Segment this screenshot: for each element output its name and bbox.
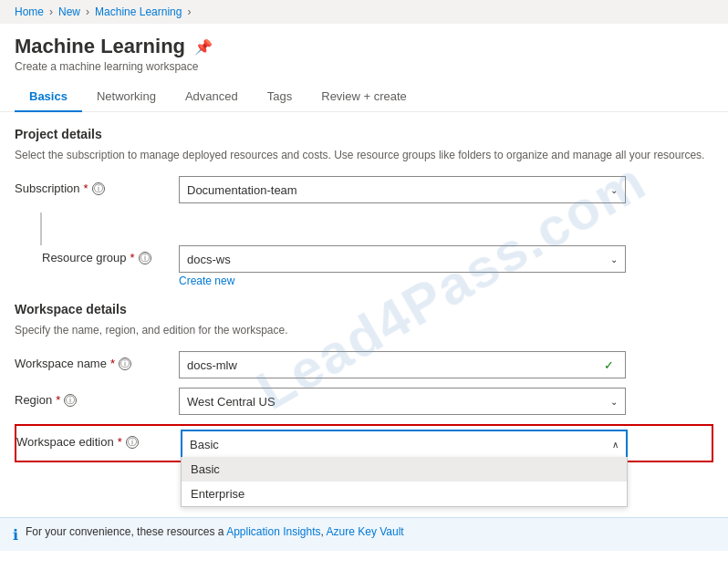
workspace-name-control: docs-mlw ✓ [179, 351, 713, 378]
region-dropdown[interactable]: West Central US ⌄ [179, 388, 626, 415]
workspace-details-title: Workspace details [15, 302, 713, 316]
subscription-info-icon[interactable]: ⓘ [92, 182, 105, 195]
breadcrumb-sep-3: › [187, 5, 191, 18]
subscription-value: Documentation-team [187, 183, 297, 197]
page-header: Machine Learning 📌 Create a machine lear… [0, 24, 728, 73]
breadcrumb-current: Machine Learning [95, 5, 182, 18]
workspace-edition-control: Basic ∧ Basic Enterprise [181, 430, 712, 457]
breadcrumb-home[interactable]: Home [15, 5, 44, 18]
workspace-name-required: * [110, 357, 115, 370]
breadcrumb: Home › New › Machine Learning › [0, 0, 728, 24]
project-details-title: Project details [15, 127, 713, 141]
resource-group-info-icon[interactable]: ⓘ [139, 252, 151, 264]
edition-option-enterprise[interactable]: Enterprise [182, 482, 627, 506]
form-content: Project details Select the subscription … [0, 112, 728, 462]
region-control: West Central US ⌄ [179, 388, 713, 415]
pin-icon[interactable]: 📌 [194, 38, 213, 56]
region-info-icon[interactable]: ⓘ [64, 394, 77, 407]
tab-tags[interactable]: Tags [253, 82, 307, 112]
key-vault-link[interactable]: Azure Key Vault [327, 525, 404, 538]
subscription-required: * [84, 181, 88, 195]
workspace-edition-label: Workspace edition * ⓘ [16, 430, 181, 449]
subscription-label: Subscription * ⓘ [15, 176, 179, 195]
region-chevron-icon: ⌄ [610, 397, 618, 407]
info-bar-text: For your convenience, these resources a [26, 525, 224, 538]
region-label: Region * ⓘ [15, 388, 179, 407]
workspace-edition-value: Basic [190, 438, 219, 451]
tab-networking[interactable]: Networking [82, 82, 171, 112]
workspace-edition-dropdown-wrap: Basic ∧ Basic Enterprise [181, 430, 628, 457]
breadcrumb-sep-1: › [49, 5, 53, 18]
workspace-edition-required: * [118, 435, 122, 449]
subscription-row: Subscription * ⓘ Documentation-team ⌄ [15, 176, 713, 203]
breadcrumb-sep-2: › [86, 5, 89, 18]
tab-review-create[interactable]: Review + create [307, 82, 421, 112]
workspace-name-value: docs-mlw [187, 358, 237, 372]
tabs-nav: Basics Networking Advanced Tags Review +… [0, 82, 728, 112]
resource-group-dropdown[interactable]: docs-ws ⌄ [179, 245, 626, 273]
project-details-section: Project details Select the subscription … [15, 127, 713, 163]
info-bar-icon: ℹ [13, 526, 18, 544]
info-bar-links: Application Insights, Azure Key Vault [226, 525, 404, 538]
workspace-edition-chevron-icon: ∧ [612, 440, 619, 450]
resource-group-value: docs-ws [187, 253, 231, 266]
workspace-edition-dropdown[interactable]: Basic ∧ [181, 430, 628, 457]
workspace-edition-info-icon[interactable]: ⓘ [126, 436, 139, 449]
subscription-chevron-icon: ⌄ [610, 185, 618, 195]
create-new-link[interactable]: Create new [179, 275, 713, 287]
workspace-edition-options: Basic Enterprise [181, 457, 628, 507]
workspace-name-info-icon[interactable]: ⓘ [119, 358, 131, 370]
resource-group-row: Resource group * ⓘ docs-ws ⌄ Create new [15, 245, 713, 287]
subscription-control: Documentation-team ⌄ [179, 176, 713, 203]
page-subtitle: Create a machine learning workspace [15, 60, 713, 73]
tab-basics[interactable]: Basics [15, 82, 82, 112]
info-bar-content: For your convenience, these resources a … [26, 525, 404, 538]
subscription-dropdown[interactable]: Documentation-team ⌄ [179, 176, 626, 203]
connector-line [40, 212, 42, 245]
tab-advanced[interactable]: Advanced [171, 82, 253, 112]
workspace-details-desc: Specify the name, region, and edition fo… [15, 322, 713, 338]
workspace-edition-row: Workspace edition * ⓘ Basic ∧ Basic Ente… [15, 424, 713, 462]
page-title: Machine Learning [15, 35, 185, 58]
info-bar: ℹ For your convenience, these resources … [0, 517, 728, 551]
breadcrumb-new[interactable]: New [58, 5, 80, 18]
edition-option-basic[interactable]: Basic [182, 457, 627, 482]
workspace-name-dropdown[interactable]: docs-mlw ✓ [179, 351, 626, 378]
resource-group-label: Resource group * ⓘ [42, 245, 179, 264]
workspace-name-row: Workspace name * ⓘ docs-mlw ✓ [15, 351, 713, 378]
region-required: * [56, 393, 60, 407]
workspace-name-check-icon: ✓ [604, 358, 614, 372]
resource-group-required: * [130, 251, 135, 264]
app-insights-link[interactable]: Application Insights [226, 525, 320, 538]
workspace-name-label: Workspace name * ⓘ [15, 351, 179, 370]
project-details-desc: Select the subscription to manage deploy… [15, 147, 713, 163]
resource-group-control: docs-ws ⌄ Create new [179, 245, 713, 287]
region-row: Region * ⓘ West Central US ⌄ [15, 388, 713, 415]
region-value: West Central US [187, 395, 276, 409]
workspace-details-section: Workspace details Specify the name, regi… [15, 302, 713, 338]
resource-group-chevron-icon: ⌄ [610, 254, 618, 264]
